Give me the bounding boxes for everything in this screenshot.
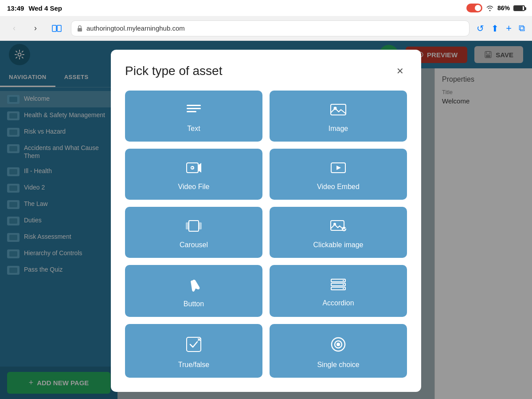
status-bar: 13:49 Wed 4 Sep 86% bbox=[0, 0, 532, 16]
lock-icon bbox=[77, 25, 83, 32]
back-button[interactable]: ‹ bbox=[7, 21, 21, 36]
svg-rect-0 bbox=[52, 25, 56, 32]
svg-rect-21 bbox=[186, 222, 189, 229]
svg-rect-1 bbox=[57, 25, 61, 32]
image-icon bbox=[330, 103, 347, 119]
asset-grid: Text Image bbox=[125, 91, 407, 378]
asset-label-video-file: Video File bbox=[178, 183, 210, 191]
status-date: Wed 4 Sep bbox=[28, 4, 62, 12]
svg-rect-11 bbox=[187, 108, 201, 109]
svg-marker-19 bbox=[336, 166, 341, 170]
asset-button-image[interactable]: Image bbox=[270, 91, 407, 142]
true-false-icon bbox=[186, 336, 202, 355]
video-file-icon bbox=[186, 161, 202, 177]
asset-label-single-choice: Single choice bbox=[317, 361, 359, 369]
asset-label-image: Image bbox=[329, 125, 348, 133]
asset-button-video-embed[interactable]: Video Embed bbox=[270, 149, 407, 200]
video-embed-icon bbox=[330, 161, 346, 177]
svg-point-25 bbox=[342, 227, 346, 231]
modal-title: Pick type of asset bbox=[125, 64, 222, 78]
reload-button[interactable]: ↺ bbox=[477, 23, 484, 34]
asset-button-button[interactable]: Button bbox=[125, 265, 262, 317]
asset-label-button: Button bbox=[184, 300, 204, 308]
svg-rect-10 bbox=[187, 105, 201, 106]
book-icon bbox=[52, 24, 62, 32]
modal-overlay[interactable]: Pick type of asset ✕ Text bbox=[0, 41, 532, 399]
asset-button-carousel[interactable]: Carousel bbox=[125, 207, 262, 258]
modal-close-button[interactable]: ✕ bbox=[393, 64, 407, 78]
asset-button-text[interactable]: Text bbox=[125, 91, 262, 142]
browser-bar: ‹ › authoringtool.mylearninghub.com ↺ ⬆ … bbox=[0, 16, 532, 41]
asset-button-video-file[interactable]: Video File bbox=[125, 149, 262, 200]
do-not-disturb-icon bbox=[466, 4, 482, 12]
share-button[interactable]: ⬆ bbox=[491, 23, 499, 34]
svg-rect-12 bbox=[187, 111, 196, 112]
asset-button-accordion[interactable]: Accordion bbox=[270, 265, 407, 317]
url-bar[interactable]: authoringtool.mylearninghub.com bbox=[71, 20, 469, 36]
asset-label-carousel: Carousel bbox=[180, 241, 208, 249]
svg-point-37 bbox=[336, 343, 340, 346]
battery-percent: 86% bbox=[497, 4, 510, 12]
single-choice-icon bbox=[330, 336, 346, 355]
asset-picker-modal: Pick type of asset ✕ Text bbox=[111, 50, 421, 392]
svg-rect-3 bbox=[78, 28, 82, 32]
url-text: authoringtool.mylearninghub.com bbox=[86, 24, 185, 32]
svg-rect-20 bbox=[189, 221, 199, 231]
clickable-image-icon bbox=[330, 219, 347, 235]
carousel-icon bbox=[184, 219, 203, 235]
app-area: PREVIEW SAVE NAVIGATION ASSETS bbox=[0, 41, 532, 399]
asset-label-clickable-image: Clickable image bbox=[313, 241, 364, 249]
battery-icon bbox=[513, 5, 525, 11]
wifi-icon bbox=[486, 5, 494, 11]
accordion-icon bbox=[330, 277, 346, 293]
text-icon bbox=[186, 103, 202, 119]
status-time: 13:49 bbox=[7, 4, 24, 12]
forward-button[interactable]: › bbox=[28, 21, 43, 36]
button-icon bbox=[187, 277, 201, 294]
asset-label-true-false: True/false bbox=[178, 361, 210, 369]
asset-button-clickable-image[interactable]: Clickable image bbox=[270, 207, 407, 258]
tabs-button[interactable]: ⧉ bbox=[519, 23, 525, 33]
modal-header: Pick type of asset ✕ bbox=[125, 64, 407, 78]
svg-rect-22 bbox=[198, 222, 202, 229]
asset-label-text: Text bbox=[187, 125, 200, 133]
reader-view-button[interactable] bbox=[50, 21, 64, 36]
svg-rect-13 bbox=[331, 104, 346, 115]
asset-label-accordion: Accordion bbox=[322, 299, 354, 307]
asset-label-video-embed: Video Embed bbox=[317, 183, 360, 191]
asset-button-true-false[interactable]: True/false bbox=[125, 324, 262, 378]
asset-button-single-choice[interactable]: Single choice bbox=[270, 324, 407, 378]
add-tab-button[interactable]: + bbox=[506, 23, 512, 34]
